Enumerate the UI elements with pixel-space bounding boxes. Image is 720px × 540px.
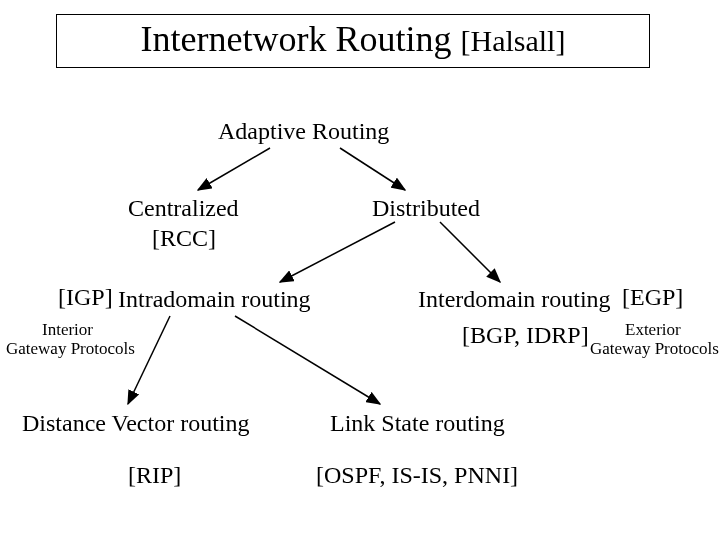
label-egp-full-line1: Exterior	[625, 320, 681, 339]
node-link-state: Link State routing	[330, 410, 505, 437]
node-adaptive-routing: Adaptive Routing	[218, 118, 389, 145]
node-interdomain: Interdomain routing	[418, 286, 611, 313]
node-rip: [RIP]	[128, 462, 181, 489]
label-igp-full-line2: Gateway Protocols	[6, 339, 135, 358]
title-ref: [Halsall]	[460, 24, 565, 57]
label-egp-full-line2: Gateway Protocols	[590, 339, 719, 358]
node-centralized-line1: Centralized	[128, 195, 239, 222]
tag-igp: [IGP]	[58, 284, 113, 311]
title-box: Internetwork Routing [Halsall]	[56, 14, 650, 68]
tag-egp: [EGP]	[622, 284, 683, 311]
label-igp-full-line1: Interior	[42, 320, 93, 339]
title-main: Internetwork Routing	[141, 19, 461, 59]
node-distributed: Distributed	[372, 195, 480, 222]
svg-line-3	[280, 222, 395, 282]
svg-line-5	[128, 316, 170, 404]
node-intradomain: Intradomain routing	[118, 286, 311, 313]
svg-line-1	[198, 148, 270, 190]
node-distance-vector: Distance Vector routing	[22, 410, 250, 437]
node-centralized-line2: [RCC]	[152, 225, 216, 252]
node-bgp-idrp: [BGP, IDRP]	[462, 322, 589, 349]
svg-line-2	[340, 148, 405, 190]
svg-line-4	[440, 222, 500, 282]
svg-line-6	[235, 316, 380, 404]
node-ospf-isis-pnni: [OSPF, IS-IS, PNNI]	[316, 462, 518, 489]
connectors	[0, 0, 720, 540]
